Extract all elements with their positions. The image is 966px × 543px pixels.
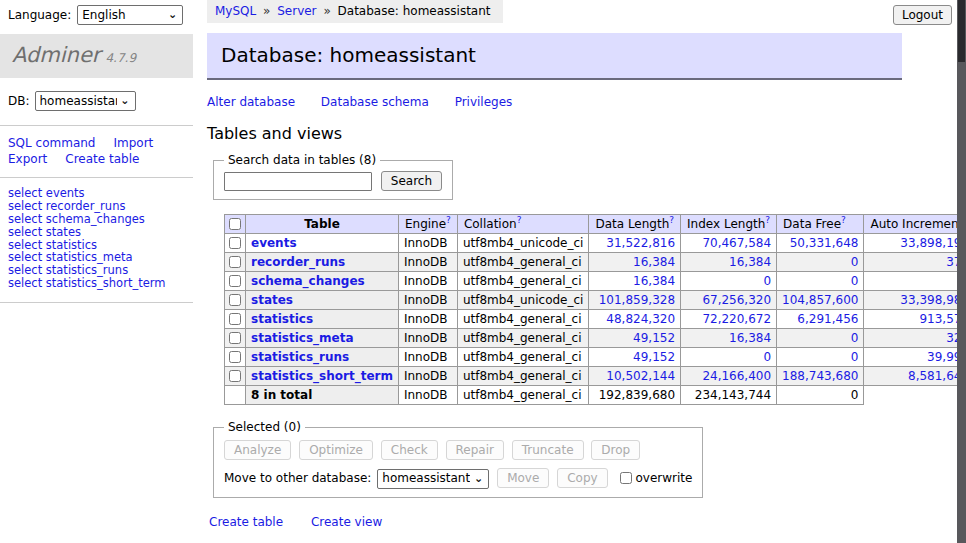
app-title: Adminer4.7.9 — [0, 34, 193, 78]
help-link[interactable]: ? — [841, 215, 846, 225]
logout-button[interactable]: Logout — [893, 5, 952, 25]
list-item: select statistics_short_term — [8, 277, 185, 290]
db-selector-row: DB:homeassistant — [0, 78, 193, 126]
language-select[interactable]: English — [77, 5, 183, 25]
table-row: statistics_metaInnoDButf8mb4_general_ci4… — [225, 329, 966, 348]
data-free-link[interactable]: 0 — [851, 331, 859, 345]
optimize-button[interactable]: Optimize — [299, 440, 373, 460]
help-link[interactable]: ? — [765, 215, 770, 225]
index-length-link[interactable]: 0 — [763, 350, 771, 364]
breadcrumb-link-server[interactable]: Server — [277, 4, 316, 18]
move-button[interactable]: Move — [497, 468, 549, 488]
sidebar-link-create-table[interactable]: Create table — [65, 152, 139, 166]
engine-cell: InnoDB — [398, 291, 457, 310]
row-checkbox[interactable] — [229, 351, 241, 363]
move-database-select[interactable]: homeassistant — [377, 469, 489, 489]
overwrite-checkbox[interactable] — [620, 472, 632, 484]
row-checkbox[interactable] — [229, 256, 241, 268]
repair-button[interactable]: Repair — [446, 440, 504, 460]
data-free-link[interactable]: 50,331,648 — [790, 236, 859, 250]
data-length-cell: 31,522,816 — [589, 234, 681, 253]
engine-cell: InnoDB — [398, 348, 457, 367]
table-name-link[interactable]: statistics_runs — [251, 350, 349, 364]
table-name-link[interactable]: schema_changes — [251, 274, 365, 288]
analyze-button[interactable]: Analyze — [224, 440, 291, 460]
data-free-link[interactable]: 0 — [851, 274, 859, 288]
index-length-link[interactable]: 67,256,320 — [702, 293, 771, 307]
data-free-link[interactable]: 0 — [851, 350, 859, 364]
db-select[interactable]: homeassistant — [35, 91, 136, 111]
database-nav-links: Alter database Database schema Privilege… — [207, 95, 902, 109]
index-length-link[interactable]: 16,384 — [729, 255, 771, 269]
row-checkbox[interactable] — [229, 294, 241, 306]
scrollbar-thumb[interactable] — [958, 0, 965, 62]
sidebar: Language:English Adminer4.7.9 DB:homeass… — [0, 0, 193, 303]
index-length-cell: 72,220,672 — [681, 310, 777, 329]
truncate-button[interactable]: Truncate — [512, 440, 584, 460]
data-free-cell: 0 — [777, 348, 864, 367]
database-schema-link[interactable]: Database schema — [321, 95, 429, 109]
data-free-link[interactable]: 104,857,600 — [782, 293, 858, 307]
data-free-link[interactable]: 6,291,456 — [797, 312, 858, 326]
select-all-checkbox[interactable] — [229, 218, 241, 230]
data-length-link[interactable]: 49,152 — [633, 350, 675, 364]
sidebar-item-select-statistics-short-term[interactable]: select statistics_short_term — [8, 276, 165, 290]
table-name-link[interactable]: states — [251, 293, 293, 307]
row-checkbox[interactable] — [229, 370, 241, 382]
data-free-link[interactable]: 0 — [851, 255, 859, 269]
sidebar-link-sql-command[interactable]: SQL command — [8, 136, 95, 150]
breadcrumb-link-mysql[interactable]: MySQL — [215, 4, 256, 18]
collation-cell: utf8mb4_general_ci — [457, 272, 589, 291]
help-link[interactable]: ? — [446, 215, 451, 225]
data-length-link[interactable]: 10,502,144 — [606, 369, 675, 383]
engine-cell: InnoDB — [398, 367, 457, 386]
index-length-link[interactable]: 16,384 — [729, 331, 771, 345]
data-length-cell: 16,384 — [589, 272, 681, 291]
vertical-scrollbar[interactable] — [957, 0, 966, 543]
row-checkbox[interactable] — [229, 313, 241, 325]
data-length-cell: 48,824,320 — [589, 310, 681, 329]
alter-database-link[interactable]: Alter database — [207, 95, 295, 109]
tables-overview-table: TableEngine?Collation?Data Length?Index … — [224, 214, 966, 405]
data-length-link[interactable]: 16,384 — [633, 274, 675, 288]
index-length-link[interactable]: 0 — [763, 274, 771, 288]
index-length-cell: 16,384 — [681, 253, 777, 272]
row-checkbox[interactable] — [229, 332, 241, 344]
sidebar-link-export[interactable]: Export — [8, 152, 47, 166]
data-free-cell: 188,743,680 — [777, 367, 864, 386]
main-content: MySQL » Server » Database: homeassistant… — [193, 0, 966, 543]
data-length-link[interactable]: 16,384 — [633, 255, 675, 269]
create-table-link[interactable]: Create table — [209, 515, 283, 529]
column-header-engine: Engine? — [398, 215, 457, 234]
table-name-link[interactable]: recorder_runs — [251, 255, 345, 269]
table-name-link[interactable]: statistics — [251, 312, 313, 326]
drop-button[interactable]: Drop — [591, 440, 640, 460]
search-input[interactable] — [224, 172, 372, 191]
data-length-link[interactable]: 101,859,328 — [599, 293, 675, 307]
collation-cell: utf8mb4_unicode_ci — [457, 234, 589, 253]
index-length-link[interactable]: 72,220,672 — [702, 312, 771, 326]
page-title: Database: homeassistant — [207, 33, 902, 80]
search-button[interactable]: Search — [381, 171, 442, 191]
row-checkbox[interactable] — [229, 275, 241, 287]
index-length-link[interactable]: 24,166,400 — [702, 369, 771, 383]
collation-cell: utf8mb4_general_ci — [457, 329, 589, 348]
help-link[interactable]: ? — [517, 215, 522, 225]
total-data-length-cell: 192,839,680 — [589, 386, 681, 405]
data-length-link[interactable]: 49,152 — [633, 331, 675, 345]
table-name-link[interactable]: statistics_meta — [251, 331, 354, 345]
data-free-link[interactable]: 188,743,680 — [782, 369, 858, 383]
create-view-link[interactable]: Create view — [311, 515, 382, 529]
copy-button[interactable]: Copy — [557, 468, 607, 488]
index-length-link[interactable]: 70,467,584 — [702, 236, 771, 250]
table-name-link[interactable]: events — [251, 236, 297, 250]
check-button[interactable]: Check — [381, 440, 438, 460]
privileges-link[interactable]: Privileges — [455, 95, 513, 109]
index-length-cell: 70,467,584 — [681, 234, 777, 253]
sidebar-link-import[interactable]: Import — [113, 136, 153, 150]
data-length-link[interactable]: 31,522,816 — [606, 236, 675, 250]
data-length-link[interactable]: 48,824,320 — [606, 312, 675, 326]
help-link[interactable]: ? — [669, 215, 674, 225]
row-checkbox[interactable] — [229, 237, 241, 249]
table-name-link[interactable]: statistics_short_term — [251, 369, 393, 383]
